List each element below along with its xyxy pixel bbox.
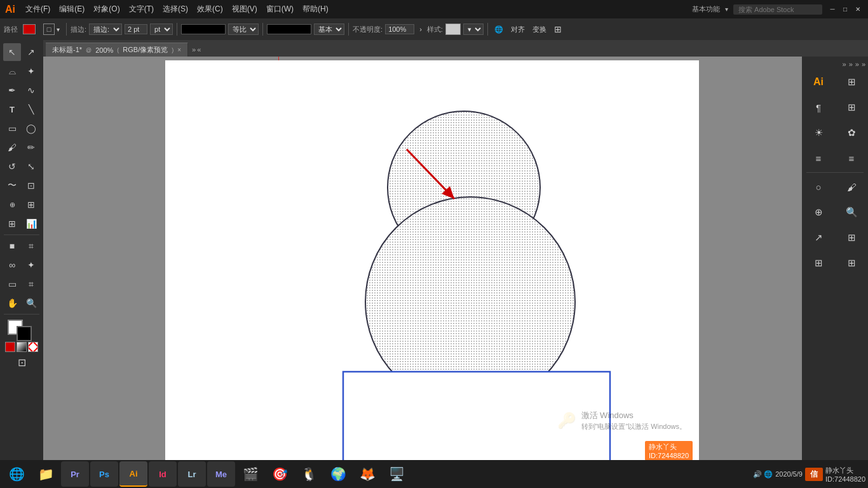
scale-select[interactable]: 等比 <box>228 24 259 35</box>
opacity-input[interactable] <box>385 24 414 34</box>
globe-icon-btn[interactable]: 🌐 <box>492 24 506 35</box>
rp-sun-icon[interactable]: ☀ <box>802 120 835 146</box>
rp-grid2-icon[interactable]: ⊞ <box>835 95 868 120</box>
artboard-tool[interactable]: ▭ <box>3 275 21 293</box>
type-tool[interactable]: T <box>3 100 21 118</box>
transform-btn[interactable]: 变换 <box>530 24 549 36</box>
perspective-tool[interactable]: ⊞ <box>22 196 40 214</box>
taskbar-chrome[interactable]: 🌍 <box>324 461 352 487</box>
close-button[interactable]: ✕ <box>853 4 863 15</box>
stroke-width-input[interactable] <box>125 24 147 34</box>
gradient-mode-btn[interactable] <box>17 342 27 352</box>
menu-text[interactable]: 文字(T) <box>125 3 158 16</box>
panel-close-btn[interactable]: » <box>862 60 865 68</box>
menu-file[interactable]: 文件(F) <box>22 3 54 16</box>
taskbar-lightroom[interactable]: Lr <box>178 461 206 487</box>
rp-lines2-icon[interactable]: ≡ <box>835 146 868 171</box>
taskbar-mediaencoder[interactable]: Me <box>207 461 235 487</box>
rp-extra2-icon[interactable]: ⊞ <box>835 250 868 276</box>
slice-tool[interactable]: ⌗ <box>22 275 40 293</box>
rp-extra-icon[interactable]: ⊞ <box>802 250 835 276</box>
forum-tray-icon[interactable]: 信 <box>805 468 823 481</box>
rp-grid-icon[interactable]: ⊞ <box>835 69 868 95</box>
rotate-tool[interactable]: ↺ <box>3 158 21 175</box>
pen-tool[interactable]: ✒ <box>3 81 21 99</box>
line-tool[interactable]: ╲ <box>22 100 40 118</box>
restore-button[interactable]: □ <box>840 4 850 15</box>
zoom-tool[interactable]: 🔍 <box>22 294 40 312</box>
style-select[interactable]: ▾ <box>463 24 484 35</box>
rp-flower-icon[interactable]: ✿ <box>835 120 868 146</box>
stroke-color-picker[interactable] <box>20 23 38 36</box>
search-input[interactable] <box>733 4 822 15</box>
gradient-tool[interactable]: ■ <box>3 237 21 255</box>
rp-circle-icon[interactable]: ○ <box>802 174 835 200</box>
tab-expand-btn[interactable]: » <box>192 46 196 53</box>
taskbar-illustrator[interactable]: Ai <box>119 461 147 487</box>
menu-select[interactable]: 选择(S) <box>159 3 192 16</box>
taskbar-explorer[interactable]: 📁 <box>32 461 60 487</box>
magic-wand-tool[interactable]: ✦ <box>22 62 40 80</box>
menu-window[interactable]: 窗口(W) <box>262 3 297 16</box>
rp-para-icon[interactable]: ¶ <box>802 95 835 120</box>
menu-effect[interactable]: 效果(C) <box>193 3 227 16</box>
chart-tool[interactable]: 📊 <box>22 215 40 233</box>
taskbar-app11[interactable]: 🐧 <box>295 461 323 487</box>
extra-btn[interactable]: ⊞ <box>552 23 564 36</box>
shape-builder-tool[interactable]: ⊕ <box>3 196 21 214</box>
symbol-sprayer-tool[interactable]: ✦ <box>22 256 40 274</box>
warp-tool[interactable]: 〜 <box>3 177 21 194</box>
menu-view[interactable]: 视图(V) <box>228 3 261 16</box>
color-mode-btn[interactable] <box>5 342 15 352</box>
taskbar-edge[interactable]: 🌐 <box>3 461 31 487</box>
hand-tool[interactable]: ✋ <box>3 294 21 312</box>
eyedropper-tool[interactable]: ⌗ <box>22 237 40 255</box>
base-select[interactable]: 基本 <box>314 24 344 35</box>
taskbar-photoshop[interactable]: Ps <box>90 461 118 487</box>
minimize-button[interactable]: ─ <box>827 4 837 15</box>
canvas-document[interactable]: 🔑 激活 Windows 转到"电脑设置"以激活 Windows。 静水丫头 I… <box>165 60 699 467</box>
tab-close-btn[interactable]: × <box>177 46 181 53</box>
menu-edit[interactable]: 编辑(E) <box>55 3 88 16</box>
chevron-down-icon[interactable]: ▾ <box>725 6 728 13</box>
screen-mode-btn[interactable]: ⊡ <box>13 353 31 371</box>
ellipse-tool[interactable]: ◯ <box>22 119 40 137</box>
free-transform-tool[interactable]: ⊡ <box>22 177 40 194</box>
tab-collapse-btn[interactable]: « <box>197 46 201 53</box>
stroke-style-select[interactable]: 描边: <box>89 24 122 35</box>
rp-arrow-icon[interactable]: ↗ <box>802 225 835 250</box>
taskbar-folder[interactable]: 🖥️ <box>383 461 410 487</box>
mesh-tool[interactable]: ⊞ <box>3 215 21 233</box>
rp-search-icon[interactable]: 🔍 <box>835 200 868 225</box>
taskbar-app10[interactable]: 🎯 <box>266 461 294 487</box>
opacity-arrow[interactable]: › <box>417 24 424 34</box>
rp-grid3-icon[interactable]: ⊞ <box>835 225 868 250</box>
none-mode-btn[interactable] <box>28 342 38 352</box>
document-tab[interactable]: 未标题-1* @ 200% ( RGB/像素预览 ) × <box>46 43 188 57</box>
panel-collapse-btn[interactable]: » <box>843 60 846 68</box>
panel-menu-btn[interactable]: » <box>855 60 859 68</box>
direct-select-tool[interactable]: ↗ <box>22 43 40 61</box>
scale-tool[interactable]: ⤡ <box>22 158 40 175</box>
menu-help[interactable]: 帮助(H) <box>299 3 332 16</box>
style-swatch[interactable] <box>445 24 461 35</box>
taskbar-firefox[interactable]: 🦊 <box>353 461 381 487</box>
stroke-width-unit[interactable]: pt <box>150 24 173 35</box>
blend-tool[interactable]: ∞ <box>3 256 21 274</box>
lasso-tool[interactable]: ⌓ <box>3 62 21 80</box>
pencil-tool[interactable]: ✏ <box>22 139 40 156</box>
rp-paint-icon[interactable]: 🖌 <box>835 174 868 200</box>
panel-expand-btn[interactable]: » <box>849 60 853 68</box>
curvature-tool[interactable]: ∿ <box>22 81 40 99</box>
align-btn[interactable]: 对齐 <box>508 24 527 36</box>
taskbar-indesign[interactable]: Id <box>149 461 177 487</box>
canvas-area[interactable]: 🔑 激活 Windows 转到"电脑设置"以激活 Windows。 静水丫头 I… <box>43 57 802 470</box>
select-tool[interactable]: ↖ <box>3 43 21 61</box>
taskbar-animate[interactable]: 🎬 <box>236 461 264 487</box>
rp-ai-icon[interactable]: Ai <box>802 69 835 95</box>
stroke-swatch[interactable] <box>17 326 32 341</box>
shape-selector[interactable]: □ ▾ <box>41 22 62 36</box>
paintbrush-tool[interactable]: 🖌 <box>3 139 21 156</box>
taskbar-premiere[interactable]: Pr <box>61 461 89 487</box>
rp-plus-icon[interactable]: ⊕ <box>802 200 835 225</box>
